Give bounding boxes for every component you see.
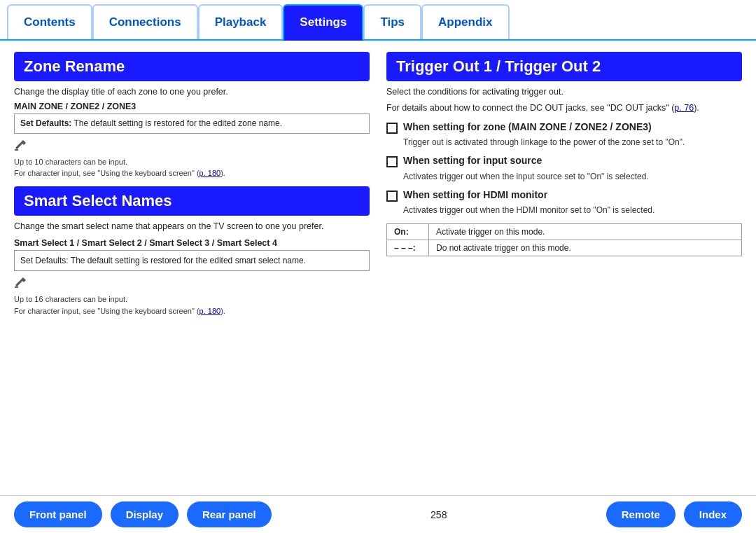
svg-rect-5 [15,286,18,288]
tab-appendix[interactable]: Appendix [421,4,509,39]
tab-settings[interactable]: Settings [283,4,363,41]
table-cell-dash-label: – – –: [387,240,429,256]
trigger-desc-3: Activates trigger out when the HDMI moni… [403,204,654,216]
remote-button[interactable]: Remote [606,501,676,527]
bottom-nav-right: Remote Index [606,501,742,527]
zone-note1: Up to 10 characters can be input. [14,156,370,168]
zone-defaults-label: Set Defaults: [20,118,71,128]
index-button[interactable]: Index [684,501,742,527]
trigger-desc-1: Trigger out is activated through linkage… [403,136,685,148]
trigger-check-1: When setting for zone (MAIN ZONE / ZONE2… [386,120,742,149]
top-navigation: Contents Connections Playback Settings T… [0,0,756,41]
rear-panel-button[interactable]: Rear panel [187,501,272,527]
trigger-out-desc2: For details about how to connect the DC … [386,102,742,115]
trigger-heading-2: When setting for input source [403,154,649,168]
smart-defaults-row: Set Defaults: The default setting is res… [14,251,370,271]
zone-label: MAIN ZONE / ZONE2 / ZONE3 [14,102,370,114]
table-cell-on-desc: Activate trigger on this mode. [429,224,742,240]
display-button[interactable]: Display [111,501,178,527]
tab-playback[interactable]: Playback [198,4,284,39]
left-column: Zone Rename Change the display title of … [14,52,370,488]
tab-contents[interactable]: Contents [7,4,92,39]
zone-rename-title: Zone Rename [14,52,370,81]
smart-note2: For character input, see "Using the keyb… [14,305,370,317]
smart-select-title: Smart Select Names [14,186,370,216]
smart-select-desc: Change the smart select name that appear… [14,220,370,233]
zone-defaults-text: The default setting is restored for the … [74,118,282,128]
pencil-icon-wrap2 [14,275,370,292]
trigger-out-section: Trigger Out 1 / Trigger Out 2 Select the… [386,52,742,256]
checkbox-3 [386,191,398,202]
tab-tips[interactable]: Tips [363,4,421,39]
svg-rect-2 [15,149,18,151]
checkbox-1 [386,123,398,134]
trigger-heading-1: When setting for zone (MAIN ZONE / ZONE2… [403,120,685,134]
pencil-icon2 [14,275,28,289]
right-column: Trigger Out 1 / Trigger Out 2 Select the… [386,52,742,488]
trigger-table: On: Activate trigger on this mode. – – –… [386,223,742,256]
svg-rect-0 [15,141,23,149]
page-number: 258 [430,509,447,520]
trigger-out-title: Trigger Out 1 / Trigger Out 2 [386,52,742,81]
smart-defaults-text: The default setting is restored for the … [71,256,306,265]
table-row: On: Activate trigger on this mode. [387,224,742,240]
smart-defaults-label: Set Defaults: [20,256,69,265]
front-panel-button[interactable]: Front panel [14,501,102,527]
zone-defaults-row: Set Defaults: The default setting is res… [14,114,370,134]
trigger-heading-3: When setting for HDMI monitor [403,188,654,202]
svg-rect-3 [15,279,23,287]
main-content: Zone Rename Change the display title of … [0,41,756,495]
trigger-check-3: When setting for HDMI monitor Activates … [386,188,742,217]
smart-select-section: Smart Select Names Change the smart sele… [14,186,370,317]
checkbox-2 [386,156,398,167]
zone-rename-section: Zone Rename Change the display title of … [14,52,370,179]
zone-note2-link[interactable]: p. 180 [200,169,221,177]
smart-note1: Up to 16 characters can be input. [14,293,370,305]
smart-note2-link[interactable]: p. 180 [200,307,221,315]
table-row: – – –: Do not activate trigger on this m… [387,240,742,256]
smart-select-label: Smart Select 1 / Smart Select 2 / Smart … [14,238,370,251]
zone-note2: For character input, see "Using the keyb… [14,167,370,179]
trigger-check-2: When setting for input source Activates … [386,154,742,183]
zone-rename-desc: Change the display title of each zone to… [14,85,370,99]
trigger-out-link[interactable]: p. 76 [674,103,694,113]
bottom-navigation: Front panel Display Rear panel 258 Remot… [0,495,756,533]
trigger-out-desc1: Select the conditions for activating tri… [386,85,742,99]
tab-connections[interactable]: Connections [92,4,198,39]
pencil-icon-wrap [14,138,370,155]
pencil-icon [14,138,28,152]
bottom-nav-left: Front panel Display Rear panel [14,501,272,527]
trigger-desc-2: Activates trigger out when the input sou… [403,170,649,183]
table-cell-on-label: On: [387,224,429,240]
table-cell-dash-desc: Do not activate trigger on this mode. [429,240,742,256]
